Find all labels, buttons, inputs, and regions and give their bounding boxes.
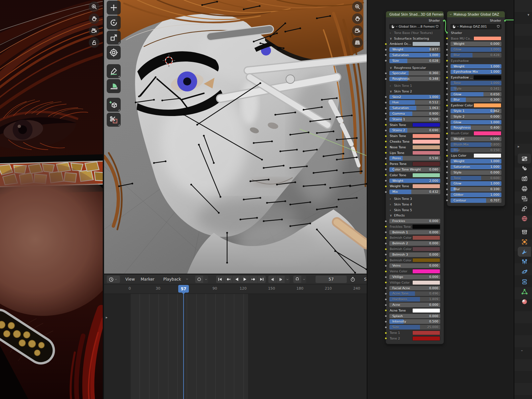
node-socket[interactable] (446, 65, 448, 67)
node-socket[interactable] (385, 72, 387, 74)
node-socket[interactable] (385, 180, 387, 182)
panel-section-collapsed[interactable]: ›Tone Base (Your Texture) (389, 31, 440, 35)
node-socket[interactable] (446, 93, 448, 95)
color-swatch[interactable] (473, 36, 501, 41)
pan-gizmo[interactable] (352, 13, 363, 24)
color-swatch[interactable] (473, 75, 501, 80)
slider-gamma[interactable]: Gamma0.900 (389, 111, 440, 116)
color-swatch[interactable] (412, 336, 440, 341)
chevron-down-icon[interactable]: ▾ (527, 13, 529, 17)
chevron-down-icon[interactable] (203, 278, 208, 281)
slider-weight[interactable]: Weight0.877 (389, 47, 440, 52)
node-socket[interactable] (385, 174, 387, 176)
slider-contour[interactable]: Contour0.707 (451, 198, 501, 203)
current-frame-field[interactable]: 57 (316, 276, 347, 283)
node-socket[interactable] (385, 248, 387, 250)
color-swatch[interactable] (412, 280, 440, 285)
node-socket[interactable] (385, 146, 387, 148)
slider-freckles[interactable]: Freckles0.000 (389, 219, 440, 223)
node-socket[interactable] (446, 87, 448, 90)
node-socket[interactable] (385, 101, 387, 104)
slider-acne[interactable]: Acne0.000 (389, 303, 440, 307)
slider-tone[interactable]: Tone0.600 (451, 176, 501, 181)
node-socket[interactable] (385, 49, 387, 51)
node-socket[interactable] (385, 191, 387, 193)
panel-section-collapsed[interactable]: ›Skin Tone 3 (389, 197, 440, 201)
node-socket[interactable] (385, 78, 387, 80)
node-socket[interactable] (446, 60, 448, 62)
panel-section-expanded[interactable]: ∨Subsurface Scattering (389, 36, 440, 41)
slider-style-1[interactable]: Style 10.862 (451, 109, 501, 113)
slider-roughness[interactable]: Roughness0.348 (389, 76, 440, 81)
color-swatch[interactable] (412, 42, 440, 46)
node-socket[interactable] (446, 149, 448, 151)
rotate-tool-button[interactable] (107, 16, 121, 30)
node-socket[interactable] (385, 96, 387, 98)
zoom-gizmo[interactable] (352, 1, 363, 12)
datablock-selector[interactable]: Makeup DAZ.001 (451, 24, 501, 29)
shader-node-group[interactable]: Makeup Shader Global DAZShaderMakeup DAZ… (447, 11, 505, 206)
node-socket[interactable] (385, 259, 387, 261)
slider-style-2[interactable]: Style 20.000 (451, 114, 501, 119)
slider-stains-1[interactable]: Stains 10.500 (389, 117, 440, 122)
jump-to-start-button[interactable] (216, 276, 224, 283)
node-socket[interactable] (385, 270, 387, 273)
magnet-icon[interactable] (293, 276, 301, 283)
slider-size[interactable]: Size0.028 (389, 59, 440, 63)
color-swatch[interactable] (412, 269, 440, 274)
node-socket[interactable] (385, 281, 387, 284)
chevron-right-icon[interactable]: ▸ (106, 315, 108, 320)
jump-to-end-button[interactable] (258, 276, 266, 283)
slider-saturation[interactable]: Saturation1.000 (389, 53, 440, 58)
slider-vitiligo[interactable]: Vitiligo0.000 (389, 275, 440, 279)
color-swatch[interactable] (412, 308, 440, 313)
node-socket[interactable] (385, 242, 387, 245)
color-swatch[interactable] (473, 131, 501, 136)
node-socket[interactable] (385, 304, 387, 306)
slider-belmish-1[interactable]: Belmish 10.000 (389, 230, 440, 235)
node-socket[interactable] (446, 37, 448, 40)
menu-view[interactable]: View (123, 274, 137, 284)
auto-keying-button[interactable] (195, 276, 203, 283)
viewport-3d[interactable] (104, 0, 367, 274)
node-socket[interactable] (385, 54, 387, 56)
slider-weight[interactable]: Weight1.000 (451, 159, 501, 164)
prev-keyframe-button[interactable] (224, 276, 232, 283)
measure-tool-button[interactable] (107, 79, 121, 93)
chevron-down-icon[interactable]: ⌄ (520, 348, 523, 352)
tab-object[interactable] (518, 237, 531, 247)
panel-section-expanded[interactable]: ∨Roughness Specular (389, 66, 440, 70)
slider-weight[interactable]: Weight1.000 (451, 64, 501, 69)
panel-section-collapsed[interactable]: ›Skin Tone 5 (389, 208, 440, 212)
play-reverse-button[interactable] (233, 276, 241, 283)
slider-glow[interactable]: Glow1.000 (451, 47, 501, 52)
node-socket[interactable] (446, 171, 448, 174)
color-swatch[interactable] (412, 235, 440, 240)
perspective-gizmo[interactable] (352, 37, 363, 48)
node-socket[interactable] (385, 298, 387, 301)
node-socket[interactable] (446, 177, 448, 179)
slider-stains-2[interactable]: Stains 20.690 (389, 128, 440, 133)
color-swatch[interactable] (412, 162, 440, 166)
menu-marker[interactable]: Marker (139, 274, 156, 284)
node-socket[interactable] (385, 276, 387, 278)
node-socket[interactable] (446, 99, 448, 101)
slider-blush-mix[interactable]: Blush Mix0.800 (451, 142, 501, 147)
node-socket[interactable] (446, 76, 448, 79)
tab-output[interactable] (518, 184, 531, 194)
color-swatch[interactable] (412, 184, 440, 189)
add-cube-tool-button[interactable] (107, 98, 121, 112)
node-socket[interactable] (385, 43, 387, 45)
slider-hue[interactable]: Hue0.512 (389, 100, 440, 105)
timeline-tracks[interactable]: ▸ (104, 294, 367, 399)
node-socket[interactable] (385, 287, 387, 289)
tab-render[interactable] (518, 174, 531, 184)
annotate-tool-button[interactable] (107, 64, 121, 78)
color-swatch[interactable] (412, 123, 440, 127)
node-socket[interactable] (385, 140, 387, 143)
shader-node-group[interactable]: Global Skin Shad...3D G8 FemenineShaderG… (386, 11, 444, 344)
panel-section-collapsed[interactable]: ›Skin Tone 1 (389, 83, 440, 88)
node-socket[interactable] (385, 253, 387, 256)
node-socket[interactable] (446, 143, 448, 146)
slider-weight[interactable]: Weight0.000 (451, 42, 501, 46)
